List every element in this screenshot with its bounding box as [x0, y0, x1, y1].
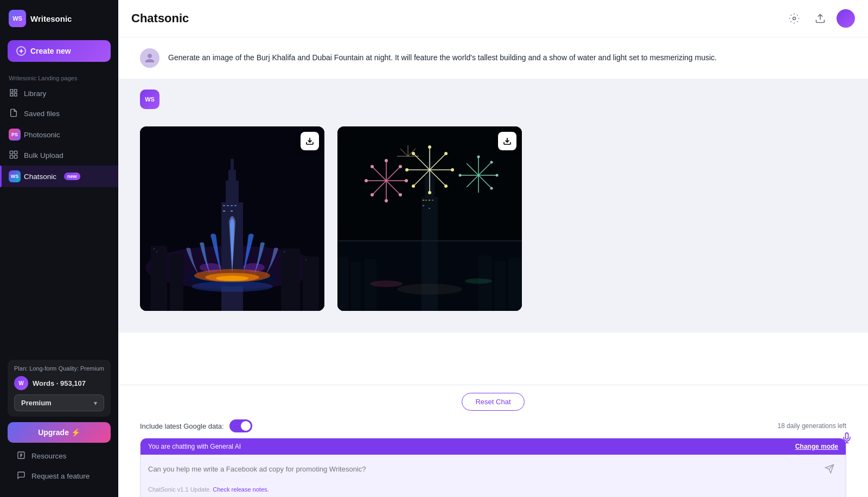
saved-files-icon — [9, 109, 18, 119]
svg-point-27 — [192, 281, 273, 292]
svg-rect-3 — [14, 93, 17, 96]
reset-row: Reset Chat — [140, 385, 846, 416]
change-mode-button[interactable]: Change mode — [795, 443, 838, 450]
plus-circle-icon: + — [16, 46, 26, 56]
svg-point-93 — [496, 174, 499, 177]
svg-rect-17 — [223, 205, 225, 206]
share-button[interactable] — [810, 9, 830, 28]
mode-text: You are chatting with General AI — [148, 443, 241, 450]
app-logo[interactable]: WS Writesonic — [0, 0, 118, 36]
release-notes-link[interactable]: Check release notes. — [213, 486, 269, 493]
photosonic-icon: PS — [9, 129, 18, 141]
fireworks-svg — [337, 126, 522, 311]
svg-rect-35 — [156, 251, 157, 252]
premium-label: Premium — [21, 399, 52, 407]
send-button[interactable] — [821, 460, 838, 477]
chatsonic-icon: WS — [9, 170, 18, 182]
svg-point-80 — [371, 193, 374, 196]
words-icon: W — [14, 376, 28, 390]
ai-message-block: WS — [118, 79, 868, 333]
svg-rect-101 — [337, 240, 522, 241]
mic-container — [835, 426, 858, 449]
svg-rect-107 — [508, 258, 522, 311]
chat-area: Generate an image of the Burj Khalifa an… — [118, 37, 868, 385]
svg-rect-48 — [432, 200, 433, 201]
upgrade-label: Upgrade ⚡ — [38, 428, 80, 437]
svg-point-63 — [428, 191, 431, 194]
svg-point-75 — [385, 159, 388, 162]
svg-rect-33 — [303, 257, 319, 311]
chat-controls: Reset Chat Include latest Google data: 1… — [118, 385, 868, 497]
sidebar-item-bulk-upload[interactable]: Bulk Upload — [0, 145, 118, 165]
sidebar-item-resources[interactable]: Resources — [8, 446, 111, 466]
app-name: Writesonic — [30, 14, 72, 23]
user-avatar[interactable] — [837, 9, 855, 28]
request-feature-icon — [16, 471, 26, 481]
reset-chat-button[interactable]: Reset Chat — [462, 393, 524, 411]
plan-info: Plan: Long-form Quality: Premium W Words… — [8, 360, 111, 417]
sidebar-item-label: Saved files — [24, 110, 60, 118]
svg-rect-47 — [429, 200, 430, 201]
svg-rect-1 — [14, 90, 17, 92]
svg-rect-49 — [423, 205, 424, 206]
svg-point-77 — [405, 179, 408, 182]
resources-icon — [16, 451, 26, 461]
sidebar-item-label: Request a feature — [31, 472, 90, 480]
svg-point-92 — [490, 161, 493, 164]
images-grid — [140, 126, 522, 322]
download-image-1-button[interactable] — [301, 132, 319, 150]
sidebar-item-photosonic[interactable]: PS Photosonic — [0, 124, 118, 145]
google-data-label: Include latest Google data: — [140, 419, 252, 432]
svg-point-81 — [365, 179, 368, 182]
premium-select[interactable]: Premium ▾ — [14, 394, 104, 411]
svg-point-91 — [477, 156, 480, 158]
svg-point-78 — [399, 193, 402, 196]
svg-rect-7 — [14, 155, 17, 158]
sidebar-item-label: Photosonic — [24, 131, 60, 139]
sidebar-item-label: Library — [24, 90, 46, 98]
download-image-2-button[interactable] — [498, 132, 516, 150]
user-avatar-icon — [140, 48, 159, 68]
svg-rect-50 — [429, 208, 430, 209]
sidebar: WS Writesonic + Create new Writesonic La… — [0, 0, 118, 497]
sidebar-item-saved-files[interactable]: Saved files — [0, 104, 118, 124]
svg-rect-102 — [337, 257, 348, 311]
svg-point-64 — [412, 184, 415, 188]
sidebar-item-library[interactable]: Library — [0, 84, 118, 104]
microphone-button[interactable] — [835, 426, 858, 449]
chat-input[interactable] — [148, 463, 815, 475]
svg-rect-2 — [10, 93, 13, 96]
sidebar-item-request-feature[interactable]: Request a feature — [8, 466, 111, 486]
quality-label: Quality: Premium — [59, 365, 104, 372]
svg-rect-106 — [495, 261, 506, 311]
download-icon — [503, 137, 512, 145]
input-bar: You are chatting with General AI Change … — [140, 438, 846, 497]
create-new-button[interactable]: + Create new — [8, 40, 111, 62]
settings-button[interactable] — [784, 9, 804, 28]
bulk-upload-icon — [9, 150, 18, 161]
svg-point-9 — [793, 17, 796, 20]
google-data-toggle[interactable] — [229, 419, 252, 432]
google-data-row: Include latest Google data: 18 daily gen… — [140, 416, 846, 438]
svg-rect-45 — [423, 200, 424, 201]
generated-image-2 — [337, 126, 522, 311]
fountain-svg — [140, 126, 324, 311]
microphone-icon — [841, 432, 852, 443]
sidebar-item-chatsonic[interactable]: WS Chatsonic new — [0, 165, 118, 187]
library-icon — [9, 88, 18, 99]
main-content: Chatsonic Generate an image of the Burj … — [118, 0, 868, 497]
upgrade-button[interactable]: Upgrade ⚡ — [8, 422, 111, 443]
header-actions — [784, 9, 855, 28]
new-badge: new — [64, 173, 80, 180]
svg-point-65 — [405, 168, 409, 171]
user-message-block: Generate an image of the Burj Khalifa an… — [118, 37, 868, 79]
input-row — [141, 455, 846, 483]
chevron-down-icon: ▾ — [94, 399, 97, 407]
svg-point-110 — [465, 278, 492, 284]
svg-rect-4 — [10, 151, 12, 154]
sidebar-section-label: Writesonic Landing pages — [0, 71, 118, 84]
page-title: Chatsonic — [131, 11, 189, 26]
svg-point-62 — [444, 184, 448, 188]
svg-point-66 — [412, 152, 415, 155]
words-count: Words · 953,107 — [33, 379, 86, 387]
